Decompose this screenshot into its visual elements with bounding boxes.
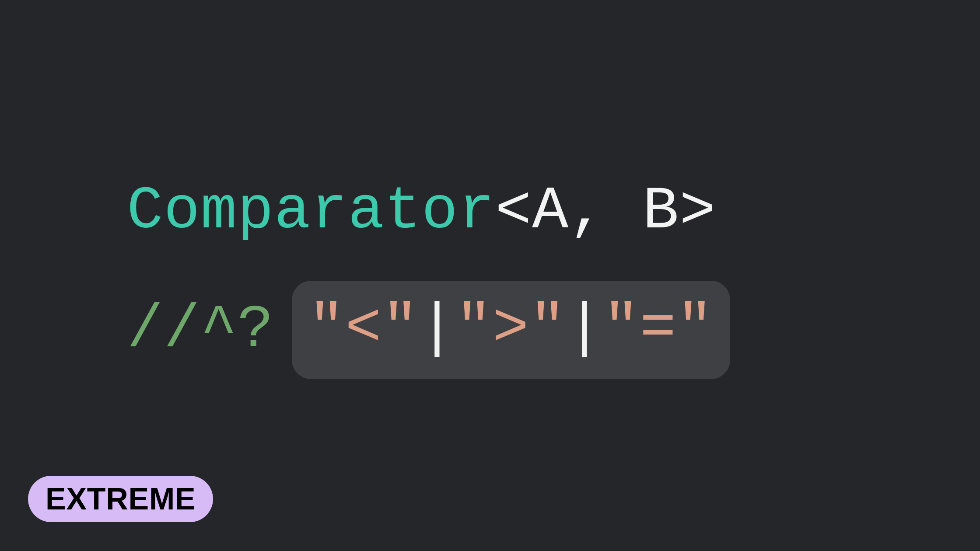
eq-literal: = — [640, 283, 677, 374]
code-line-1: Comparator<A, B> — [127, 166, 730, 257]
type-result-box: "<"|">"|"=" — [292, 281, 730, 379]
union-pipe: | — [419, 283, 455, 374]
quote-icon: " — [382, 283, 419, 374]
quote-icon: " — [456, 283, 493, 374]
type-identifier: Comparator — [127, 166, 495, 257]
code-line-2: //^? "<"|">"|"=" — [127, 281, 730, 379]
lt-literal: < — [345, 283, 382, 374]
comma: , — [569, 166, 642, 257]
union-pipe: | — [566, 283, 603, 374]
angle-open: < — [495, 166, 532, 257]
quote-icon: " — [529, 283, 566, 374]
quote-icon: " — [308, 283, 345, 374]
quote-icon: " — [677, 283, 714, 374]
twoslash-comment: //^? — [127, 285, 274, 375]
code-block: Comparator<A, B> //^? "<"|">"|"=" — [127, 166, 730, 379]
difficulty-badge: EXTREME — [28, 476, 213, 522]
quote-icon: " — [603, 283, 640, 374]
type-param-a: A — [532, 166, 569, 257]
angle-close: > — [679, 166, 716, 257]
gt-literal: > — [493, 283, 529, 374]
type-param-b: B — [643, 166, 679, 257]
